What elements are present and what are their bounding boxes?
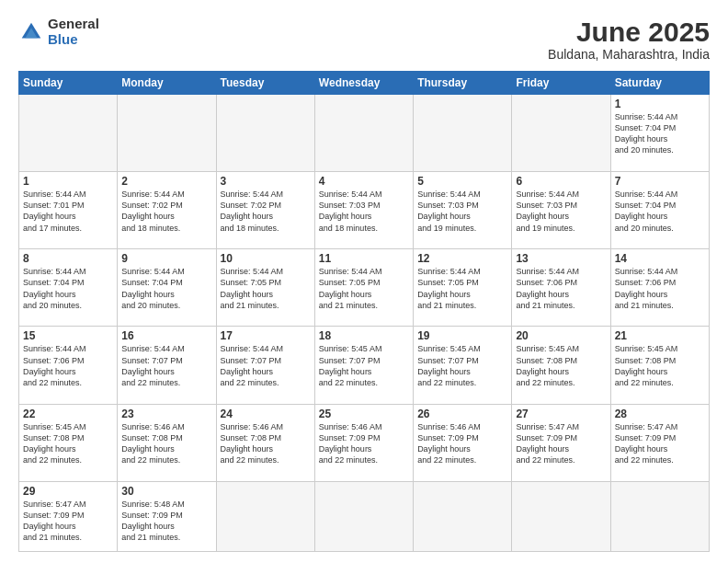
day-cell: 29 Sunrise: 5:47 AM Sunset: 7:09 PM Dayl… — [19, 481, 118, 551]
day-info: Sunrise: 5:47 AM Sunset: 7:09 PM Dayligh… — [615, 421, 705, 466]
day-info: Sunrise: 5:45 AM Sunset: 7:07 PM Dayligh… — [319, 343, 409, 388]
day-cell: 12 Sunrise: 5:44 AM Sunset: 7:05 PM Dayl… — [414, 249, 512, 327]
day-number: 5 — [417, 175, 507, 188]
day-cell — [118, 95, 216, 172]
day-cell — [19, 95, 118, 172]
day-number: 29 — [23, 485, 113, 498]
day-info: Sunrise: 5:45 AM Sunset: 7:08 PM Dayligh… — [615, 343, 705, 388]
col-tuesday: Tuesday — [216, 72, 314, 95]
day-number: 15 — [23, 329, 113, 342]
logo-blue-label: Blue — [48, 32, 99, 48]
day-info: Sunrise: 5:48 AM Sunset: 7:09 PM Dayligh… — [121, 499, 211, 544]
day-number: 16 — [121, 329, 211, 342]
day-info: Sunrise: 5:45 AM Sunset: 7:07 PM Dayligh… — [417, 343, 507, 388]
day-cell: 20 Sunrise: 5:45 AM Sunset: 7:08 PM Dayl… — [512, 327, 610, 404]
day-number: 25 — [319, 408, 409, 420]
day-number: 3 — [221, 175, 311, 188]
header: General Blue June 2025 Buldana, Maharash… — [18, 17, 710, 62]
day-cell: 30 Sunrise: 5:48 AM Sunset: 7:09 PM Dayl… — [118, 481, 216, 551]
day-number: 12 — [417, 252, 507, 265]
col-wednesday: Wednesday — [314, 72, 413, 95]
day-number: 2 — [121, 175, 211, 188]
day-number: 1 — [615, 98, 705, 110]
day-number: 11 — [319, 252, 409, 265]
day-number: 18 — [319, 329, 409, 342]
day-number: 9 — [121, 252, 211, 265]
day-cell: 15 Sunrise: 5:44 AM Sunset: 7:06 PM Dayl… — [19, 327, 118, 404]
col-saturday: Saturday — [610, 72, 709, 95]
col-sunday: Sunday — [19, 72, 118, 95]
day-number: 19 — [417, 329, 507, 342]
day-info: Sunrise: 5:44 AM Sunset: 7:04 PM Dayligh… — [121, 266, 211, 311]
week-row-2: 8 Sunrise: 5:44 AM Sunset: 7:04 PM Dayli… — [19, 249, 710, 327]
day-info: Sunrise: 5:46 AM Sunset: 7:09 PM Dayligh… — [319, 421, 409, 466]
day-cell — [512, 481, 610, 551]
week-row-3: 15 Sunrise: 5:44 AM Sunset: 7:06 PM Dayl… — [19, 327, 710, 404]
day-info: Sunrise: 5:44 AM Sunset: 7:06 PM Dayligh… — [23, 343, 113, 388]
header-row: Sunday Monday Tuesday Wednesday Thursday… — [19, 72, 710, 95]
week-row-1: 1 Sunrise: 5:44 AM Sunset: 7:01 PM Dayli… — [19, 172, 710, 249]
week-row-5: 29 Sunrise: 5:47 AM Sunset: 7:09 PM Dayl… — [19, 481, 710, 551]
day-info: Sunrise: 5:44 AM Sunset: 7:06 PM Dayligh… — [615, 266, 705, 311]
day-info: Sunrise: 5:45 AM Sunset: 7:08 PM Dayligh… — [23, 421, 113, 466]
day-cell: 9 Sunrise: 5:44 AM Sunset: 7:04 PM Dayli… — [118, 249, 216, 327]
day-cell: 14 Sunrise: 5:44 AM Sunset: 7:06 PM Dayl… — [610, 249, 709, 327]
day-info: Sunrise: 5:44 AM Sunset: 7:03 PM Dayligh… — [417, 189, 507, 234]
col-friday: Friday — [512, 72, 610, 95]
day-info: Sunrise: 5:44 AM Sunset: 7:02 PM Dayligh… — [121, 189, 211, 234]
day-cell: 26 Sunrise: 5:46 AM Sunset: 7:09 PM Dayl… — [414, 404, 512, 481]
calendar-table: Sunday Monday Tuesday Wednesday Thursday… — [18, 71, 710, 552]
day-cell — [314, 95, 413, 172]
col-thursday: Thursday — [414, 72, 512, 95]
logo-general-label: General — [48, 17, 99, 32]
day-info: Sunrise: 5:44 AM Sunset: 7:04 PM Dayligh… — [615, 189, 705, 234]
day-cell: 10 Sunrise: 5:44 AM Sunset: 7:05 PM Dayl… — [216, 249, 314, 327]
day-cell: 22 Sunrise: 5:45 AM Sunset: 7:08 PM Dayl… — [19, 404, 118, 481]
day-cell: 11 Sunrise: 5:44 AM Sunset: 7:05 PM Dayl… — [314, 249, 413, 327]
day-info: Sunrise: 5:47 AM Sunset: 7:09 PM Dayligh… — [516, 421, 606, 466]
day-number: 13 — [516, 252, 606, 265]
day-info: Sunrise: 5:44 AM Sunset: 7:04 PM Dayligh… — [615, 111, 705, 156]
day-number: 21 — [615, 329, 705, 342]
day-info: Sunrise: 5:44 AM Sunset: 7:06 PM Dayligh… — [516, 266, 606, 311]
logo: General Blue — [18, 17, 99, 47]
day-number: 1 — [23, 175, 113, 188]
location: Buldana, Maharashtra, India — [548, 47, 710, 62]
day-cell — [414, 481, 512, 551]
day-cell: 28 Sunrise: 5:47 AM Sunset: 7:09 PM Dayl… — [610, 404, 709, 481]
day-number: 6 — [516, 175, 606, 188]
day-number: 23 — [121, 408, 211, 420]
day-number: 22 — [23, 408, 113, 420]
week-row-0: 1 Sunrise: 5:44 AM Sunset: 7:04 PM Dayli… — [19, 95, 710, 172]
day-cell — [512, 95, 610, 172]
day-cell — [414, 95, 512, 172]
day-cell — [216, 95, 314, 172]
day-number: 7 — [615, 175, 705, 188]
title-block: June 2025 Buldana, Maharashtra, India — [548, 17, 710, 62]
day-number: 27 — [516, 408, 606, 420]
day-info: Sunrise: 5:46 AM Sunset: 7:09 PM Dayligh… — [417, 421, 507, 466]
week-row-4: 22 Sunrise: 5:45 AM Sunset: 7:08 PM Dayl… — [19, 404, 710, 481]
day-number: 4 — [319, 175, 409, 188]
col-monday: Monday — [118, 72, 216, 95]
day-cell — [216, 481, 314, 551]
month-year: June 2025 — [548, 17, 710, 47]
day-cell: 8 Sunrise: 5:44 AM Sunset: 7:04 PM Dayli… — [19, 249, 118, 327]
day-number: 14 — [615, 252, 705, 265]
day-number: 17 — [221, 329, 311, 342]
day-cell: 17 Sunrise: 5:44 AM Sunset: 7:07 PM Dayl… — [216, 327, 314, 404]
day-number: 28 — [615, 408, 705, 420]
page: General Blue June 2025 Buldana, Maharash… — [0, 0, 728, 563]
day-cell — [610, 481, 709, 551]
day-number: 20 — [516, 329, 606, 342]
day-cell: 27 Sunrise: 5:47 AM Sunset: 7:09 PM Dayl… — [512, 404, 610, 481]
day-info: Sunrise: 5:46 AM Sunset: 7:08 PM Dayligh… — [121, 421, 211, 466]
logo-text: General Blue — [48, 17, 99, 47]
day-cell: 24 Sunrise: 5:46 AM Sunset: 7:08 PM Dayl… — [216, 404, 314, 481]
day-info: Sunrise: 5:44 AM Sunset: 7:04 PM Dayligh… — [23, 266, 113, 311]
day-info: Sunrise: 5:44 AM Sunset: 7:03 PM Dayligh… — [516, 189, 606, 234]
day-cell: 18 Sunrise: 5:45 AM Sunset: 7:07 PM Dayl… — [314, 327, 413, 404]
day-cell: 13 Sunrise: 5:44 AM Sunset: 7:06 PM Dayl… — [512, 249, 610, 327]
day-cell — [314, 481, 413, 551]
day-info: Sunrise: 5:44 AM Sunset: 7:05 PM Dayligh… — [319, 266, 409, 311]
